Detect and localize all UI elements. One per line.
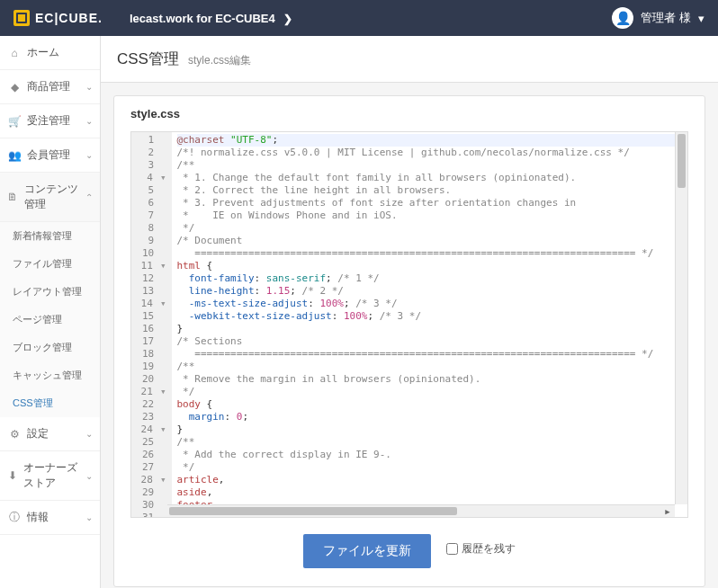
logo-icon — [13, 10, 30, 26]
code-editor[interactable]: 1 2 3 4 ▾ 5 6 7 8 9 10 11 ▾ 12 13 14 ▾ 1… — [130, 131, 688, 518]
sidebar-item-label: 設定 — [27, 426, 49, 441]
cart-icon: 🛒 — [7, 115, 22, 128]
sidebar-item-doc[interactable]: 🗎コンテンツ管理⌃ — [0, 173, 100, 222]
chevron-down-icon: ▾ — [698, 12, 705, 25]
page-subtitle: style.css編集 — [188, 53, 251, 68]
chevron-down-icon: ⌄ — [85, 116, 93, 126]
sidebar-subitem[interactable]: キャッシュ管理 — [0, 361, 100, 389]
chevron-down-icon: ⌄ — [85, 471, 93, 481]
avatar-icon: 👤 — [612, 7, 633, 29]
info-icon: ⓘ — [7, 510, 22, 525]
sidebar-subitem[interactable]: レイアウト管理 — [0, 278, 100, 306]
editor-panel: style.css 1 2 3 4 ▾ 5 6 7 8 9 10 11 ▾ 12… — [113, 95, 705, 587]
sidebar-item-info[interactable]: ⓘ情報⌄ — [0, 501, 100, 535]
main-content: CSS管理 style.css編集 style.css 1 2 3 4 ▾ 5 … — [101, 36, 718, 588]
chevron-down-icon: ⌄ — [85, 429, 93, 439]
sidebar-subitem[interactable]: ブロック管理 — [0, 334, 100, 361]
user-menu[interactable]: 👤 管理者 様 ▾ — [612, 7, 705, 29]
chevron-down-icon: ⌄ — [85, 150, 93, 160]
sidebar-item-users[interactable]: 👥会員管理⌄ — [0, 138, 100, 173]
sidebar-item-label: オーナーズストア — [23, 460, 85, 491]
sidebar-subitem[interactable]: 新着情報管理 — [0, 222, 100, 250]
sidebar-item-tag[interactable]: ◆商品管理⌄ — [0, 70, 100, 104]
scrollbar-thumb[interactable] — [678, 134, 686, 188]
panel-filename: style.css — [130, 107, 688, 120]
sidebar-item-label: 商品管理 — [27, 79, 70, 94]
chevron-right-icon: ❯ — [283, 13, 292, 25]
sidebar-item-label: 情報 — [27, 510, 49, 525]
sidebar-item-label: ホーム — [27, 45, 59, 60]
gear-icon: ⚙ — [7, 428, 22, 441]
history-checkbox[interactable] — [446, 543, 458, 555]
logo-text: EC|CUBE. — [35, 11, 103, 25]
history-checkbox-label[interactable]: 履歴を残す — [446, 541, 516, 557]
sidebar-subitem[interactable]: CSS管理 — [0, 389, 100, 417]
sidebar-item-label: コンテンツ管理 — [24, 182, 85, 212]
doc-icon: 🗎 — [7, 191, 19, 203]
logo[interactable]: EC|CUBE. — [13, 10, 103, 26]
page-header: CSS管理 style.css編集 — [101, 36, 718, 83]
horizontal-scrollbar[interactable]: ▶ — [167, 504, 675, 517]
user-name: 管理者 様 — [641, 10, 691, 26]
sidebar-item-plug[interactable]: ⬇オーナーズストア⌄ — [0, 451, 100, 501]
page-title: CSS管理 — [117, 49, 179, 69]
footer-actions: ファイルを更新 履歴を残す — [130, 534, 688, 568]
top-header: EC|CUBE. lecast.work for EC-CUBE4 ❯ 👤 管理… — [0, 0, 718, 36]
scroll-right-icon[interactable]: ▶ — [662, 505, 673, 517]
sidebar-item-cart[interactable]: 🛒受注管理⌄ — [0, 104, 100, 138]
vertical-scrollbar[interactable] — [675, 132, 687, 504]
chevron-down-icon: ⌄ — [85, 82, 93, 92]
update-file-button[interactable]: ファイルを更新 — [303, 534, 431, 568]
sidebar-subitem[interactable]: ファイル管理 — [0, 250, 100, 278]
sidebar-item-label: 会員管理 — [27, 147, 70, 163]
chevron-down-icon: ⌄ — [85, 512, 93, 522]
editor-code[interactable]: @charset "UTF-8";/*! normalize.css v5.0.… — [172, 132, 688, 517]
site-name-link[interactable]: lecast.work for EC-CUBE4 ❯ — [130, 12, 292, 25]
tag-icon: ◆ — [7, 81, 22, 94]
editor-gutter: 1 2 3 4 ▾ 5 6 7 8 9 10 11 ▾ 12 13 14 ▾ 1… — [131, 132, 172, 517]
home-icon: ⌂ — [7, 47, 22, 59]
plug-icon: ⬇ — [7, 469, 18, 482]
sidebar: ⌂ホーム◆商品管理⌄🛒受注管理⌄👥会員管理⌄🗎コンテンツ管理⌃新着情報管理ファイ… — [0, 36, 101, 588]
chevron-up-icon: ⌃ — [85, 192, 93, 202]
users-icon: 👥 — [7, 149, 22, 162]
sidebar-subitem[interactable]: ページ管理 — [0, 306, 100, 334]
sidebar-item-home[interactable]: ⌂ホーム — [0, 36, 100, 70]
sidebar-item-label: 受注管理 — [27, 113, 70, 129]
scrollbar-thumb[interactable] — [169, 507, 457, 515]
sidebar-item-gear[interactable]: ⚙設定⌄ — [0, 417, 100, 451]
